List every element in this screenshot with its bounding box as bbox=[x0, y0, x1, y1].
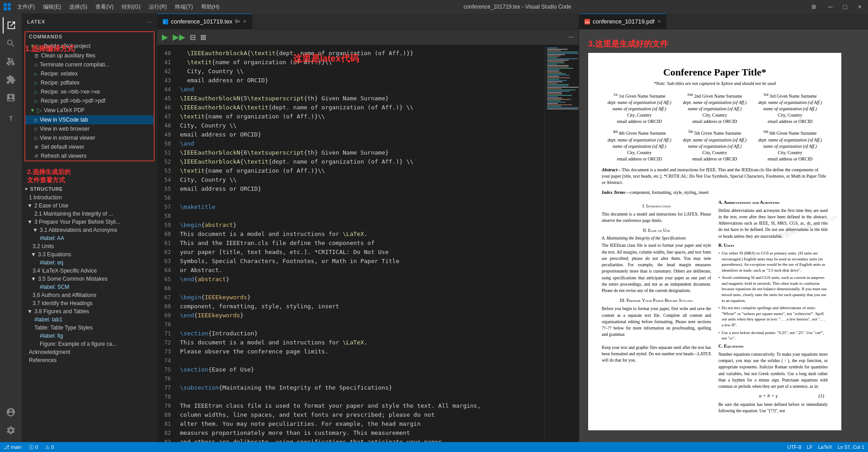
cmd-pdflatex[interactable]: ▷ Recipe: pdflatex bbox=[25, 78, 154, 87]
activity-scm[interactable] bbox=[3, 53, 19, 70]
menu-run[interactable]: 运行(R) bbox=[145, 2, 171, 12]
build-group[interactable]: ▼ ▷ Build LaTeX project bbox=[25, 41, 154, 51]
struct-item-maintaining[interactable]: 2.1 Maintaining the Integrity of ... bbox=[22, 210, 157, 218]
struct-item-references[interactable]: References bbox=[22, 356, 157, 364]
struct-item-label-fig[interactable]: #label: fig bbox=[22, 332, 157, 340]
code-line-61[interactable]: This and the IEEEtran.cls file define th… bbox=[175, 239, 545, 248]
code-line-78[interactable] bbox=[175, 392, 545, 401]
status-warnings[interactable]: ⚠ 0 bbox=[45, 444, 54, 450]
more-options-icon[interactable]: ··· bbox=[146, 18, 152, 25]
status-encoding[interactable]: UTF-8 bbox=[787, 444, 801, 450]
struct-item-label-scm[interactable]: #label: SCM bbox=[22, 283, 157, 291]
cmd-web-browser[interactable]: □ View in web browser bbox=[25, 124, 154, 133]
code-line-47[interactable]: \textit{name of organization (of Aff.)}\… bbox=[175, 112, 545, 121]
status-language[interactable]: LaTeX bbox=[818, 444, 832, 450]
struct-item-latex-advice[interactable]: 3.4 \LaTeX-Specific Advice bbox=[22, 267, 157, 275]
code-line-63[interactable]: Symbols, Special Characters, Footnotes, … bbox=[175, 257, 545, 266]
split-editor-2-button[interactable]: ⊠ bbox=[200, 33, 206, 42]
code-line-52[interactable]: \IEEEauthorblockA{\textit{dept. name of … bbox=[175, 157, 545, 166]
menu-help[interactable]: 帮助(H) bbox=[198, 2, 223, 12]
cmd-vscode-tab[interactable]: □ View in VSCode tab bbox=[25, 115, 154, 124]
code-line-67[interactable]: \begin{IEEEkeywords} bbox=[175, 293, 545, 302]
code-line-41[interactable]: \textit{name of organization (of Aff.)}\… bbox=[175, 58, 545, 67]
maximize-button[interactable]: □ bbox=[840, 2, 849, 11]
cmd-external-viewer[interactable]: □ View in external viewer bbox=[25, 133, 154, 142]
struct-item-abbrev[interactable]: ▼ 3.1 Abbreviations and Acronyms bbox=[22, 226, 157, 234]
code-line-55[interactable]: email address or ORCID} bbox=[175, 184, 545, 193]
code-lines[interactable]: \IEEEauthorblockA{\textit{dept. name of … bbox=[175, 45, 545, 442]
code-line-58[interactable] bbox=[175, 212, 545, 221]
struct-item-mistakes[interactable]: ▼ 3.5 Some Common Mistakes bbox=[22, 275, 157, 283]
code-line-77[interactable]: \subsection{Maintaining the Integrity of… bbox=[175, 383, 545, 392]
code-line-56[interactable] bbox=[175, 193, 545, 202]
activity-search[interactable] bbox=[3, 35, 19, 52]
cmd-xelatex[interactable]: ▷ Recipe: xelatex bbox=[25, 69, 154, 78]
status-branch[interactable]: ⎇ main bbox=[4, 444, 22, 450]
menu-terminal[interactable]: 终端(T) bbox=[171, 2, 196, 12]
code-line-46[interactable]: \IEEEauthorblockA{\textit{dept. name of … bbox=[175, 103, 545, 112]
code-line-59[interactable]: \begin{abstract} bbox=[175, 221, 545, 230]
struct-item-figures[interactable]: ▼ 3.8 Figures and Tables bbox=[22, 307, 157, 315]
cmd-refresh[interactable]: ↺ Refresh all viewers bbox=[25, 151, 154, 160]
code-line-44[interactable]: \and bbox=[175, 85, 545, 94]
activity-text[interactable]: T bbox=[3, 110, 19, 127]
struct-item-label-aa[interactable]: #label: AA bbox=[22, 234, 157, 242]
cmd-xe-bib[interactable]: ▷ Recipe: xe->bib->xe->xe bbox=[25, 87, 154, 96]
menu-edit[interactable]: 编辑(E) bbox=[39, 2, 65, 12]
activity-settings[interactable] bbox=[3, 422, 19, 438]
editor-tab-main[interactable]: T conference_101719.tex 9+ ✕ bbox=[157, 14, 252, 29]
pdf-tab[interactable]: PDF conference_101719.pdf ✕ bbox=[579, 14, 666, 29]
status-line-ending[interactable]: LF bbox=[807, 444, 813, 450]
code-line-50[interactable]: \and bbox=[175, 139, 545, 148]
code-line-43[interactable]: email address or ORCID} bbox=[175, 76, 545, 85]
layout-icon[interactable]: ⊞ bbox=[811, 4, 816, 10]
split-editor-button[interactable]: ⊟ bbox=[190, 33, 196, 42]
code-line-51[interactable]: \IEEEauthorblockN{6\textsuperscript{th} … bbox=[175, 148, 545, 157]
menu-goto[interactable]: 转到(G) bbox=[118, 2, 144, 12]
struct-item-headings[interactable]: 3.7 Identify the Headings bbox=[22, 299, 157, 307]
menu-file[interactable]: 文件(F) bbox=[14, 2, 38, 12]
menu-select[interactable]: 选择(S) bbox=[66, 2, 91, 12]
minimize-button[interactable]: ─ bbox=[825, 2, 835, 11]
cmd-pdf-bib[interactable]: ▷ Recipe: pdf->bib->pdf->pdf bbox=[25, 96, 154, 105]
activity-debug[interactable] bbox=[3, 89, 19, 106]
cmd-terminate[interactable]: □ Terminate current compilati... bbox=[25, 60, 154, 69]
code-line-75[interactable]: \section{Ease of Use} bbox=[175, 365, 545, 374]
code-line-69[interactable]: \end{IEEEkeywords} bbox=[175, 311, 545, 320]
struct-item-equations[interactable]: ▼ 3.3 Equations bbox=[22, 250, 157, 259]
more-actions-button[interactable]: ··· bbox=[568, 33, 574, 41]
pdf-tab-close-icon[interactable]: ✕ bbox=[657, 19, 661, 24]
code-line-60[interactable]: This document is a model and instruction… bbox=[175, 230, 545, 239]
struct-item-ease[interactable]: ▼ 2 Ease of Use bbox=[22, 202, 157, 210]
code-line-54[interactable]: City, Country \\ bbox=[175, 175, 545, 184]
struct-item-label-tab1[interactable]: #label: tab1 bbox=[22, 315, 157, 324]
code-line-53[interactable]: \textit{name of organization (of Aff.)}\… bbox=[175, 166, 545, 175]
activity-explorer[interactable] bbox=[3, 17, 19, 33]
code-line-83[interactable]: and others are deliberate, using specifi… bbox=[175, 438, 545, 442]
code-line-62[interactable]: your paper [title, text heads, etc.]. *C… bbox=[175, 248, 545, 257]
tab-close-icon[interactable]: ✕ bbox=[243, 19, 246, 24]
code-line-40[interactable]: \IEEEauthorblockA{\textit{dept. name of … bbox=[175, 49, 545, 58]
code-line-64[interactable]: or Abstract. bbox=[175, 266, 545, 275]
code-line-81[interactable]: alter them. You may note peculiarities. … bbox=[175, 419, 545, 428]
status-cursor-pos[interactable]: Ln 57, Col 1 bbox=[838, 444, 864, 450]
code-line-73[interactable]: Please observe the conference page limit… bbox=[175, 347, 545, 356]
menu-view[interactable]: 查看(V) bbox=[92, 2, 117, 12]
code-editor[interactable]: 4041424344454647484950515253545556575859… bbox=[157, 45, 579, 442]
struct-item-units[interactable]: 3.2 Units bbox=[22, 242, 157, 250]
status-errors[interactable]: Ⓘ 0 bbox=[29, 444, 38, 451]
struct-item-prepare[interactable]: ▼ 3 Prepare Your Paper Before Styli... bbox=[22, 218, 157, 226]
cmd-cleanup[interactable]: ☰ Clean up auxiliary files bbox=[25, 51, 154, 60]
code-line-76[interactable] bbox=[175, 374, 545, 383]
run-all-button[interactable]: ▶▶ bbox=[173, 32, 185, 42]
code-line-82[interactable]: measures proportionately more than is cu… bbox=[175, 428, 545, 438]
struct-item-acknowledgment[interactable]: Acknowledgment bbox=[22, 348, 157, 356]
code-line-72[interactable]: This document is a model and instruction… bbox=[175, 338, 545, 347]
activity-extensions[interactable] bbox=[3, 71, 19, 88]
activity-accounts[interactable] bbox=[3, 404, 19, 420]
view-group[interactable]: ▼ ▷ View LaTeX PDF bbox=[25, 105, 154, 115]
code-line-45[interactable]: \IEEEauthorblockN{5\textsuperscript{th} … bbox=[175, 94, 545, 103]
code-line-71[interactable]: \section{Introduction} bbox=[175, 329, 545, 338]
cmd-set-viewer[interactable]: ⚙ Set default viewer bbox=[25, 142, 154, 151]
code-line-66[interactable] bbox=[175, 284, 545, 293]
